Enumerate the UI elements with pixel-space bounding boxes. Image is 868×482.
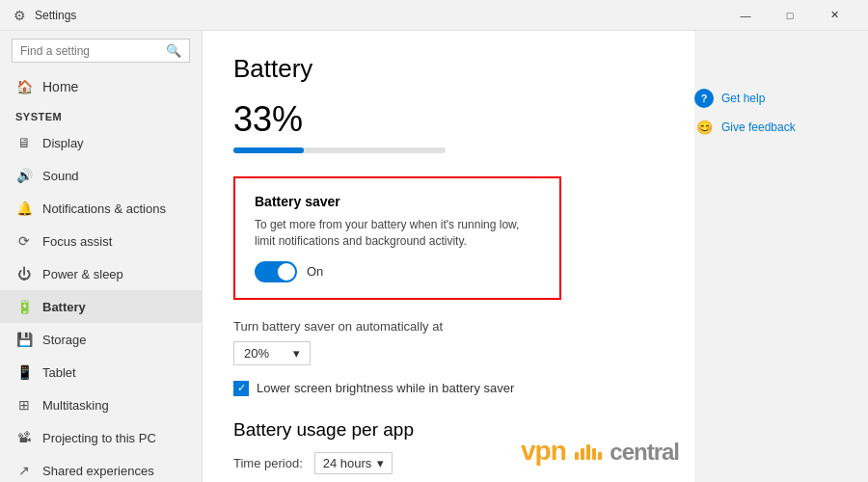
vpn-logo: vpn central: [521, 436, 679, 467]
auto-saver-dropdown[interactable]: 20% ▾: [233, 341, 311, 365]
main-with-right: Battery 33% Battery saver To get more fr…: [203, 31, 868, 482]
right-panel: ? Get help 😊 Give feedback: [694, 31, 868, 482]
signal-bar-4: [592, 448, 596, 460]
search-input[interactable]: [20, 44, 166, 58]
sidebar-item-power[interactable]: ⏻ Power & sleep: [0, 257, 202, 290]
battery-icon: 🔋: [15, 298, 33, 315]
sidebar-item-label: Focus assist: [42, 234, 112, 249]
sidebar-item-label: Projecting to this PC: [42, 431, 156, 445]
signal-bar-1: [575, 452, 579, 460]
notifications-icon: 🔔: [15, 200, 33, 217]
sidebar-item-battery[interactable]: 🔋 Battery: [0, 290, 202, 323]
sidebar-item-storage[interactable]: 💾 Storage: [0, 323, 202, 356]
sidebar-home-label: Home: [42, 79, 78, 94]
battery-saver-toggle[interactable]: [255, 261, 297, 282]
sidebar-item-label: Sound: [42, 169, 79, 183]
sidebar-item-projecting[interactable]: 📽 Projecting to this PC: [0, 421, 202, 454]
battery-progress-bar: [233, 147, 446, 153]
get-help-link[interactable]: ? Get help: [694, 89, 868, 108]
battery-progress-fill: [233, 147, 304, 153]
sidebar-item-label: Notifications & actions: [42, 201, 166, 216]
central-text: central: [610, 439, 679, 465]
toggle-label: On: [307, 264, 323, 279]
auto-saver-value: 20%: [244, 346, 269, 361]
focus-icon: ⟳: [15, 232, 33, 250]
signal-bar-3: [586, 444, 590, 460]
main-content: Battery 33% Battery saver To get more fr…: [203, 31, 694, 482]
sidebar-item-label: Multitasking: [42, 398, 109, 413]
sidebar-item-multitasking[interactable]: ⊞ Multitasking: [0, 388, 202, 421]
sidebar-section-label: System: [0, 103, 202, 126]
brightness-checkbox[interactable]: [233, 381, 249, 396]
sidebar-item-label: Tablet: [42, 365, 76, 380]
title-bar: ⚙ Settings — □ ✕: [0, 0, 868, 31]
sidebar-item-shared[interactable]: ↗ Shared experiences: [0, 454, 202, 482]
battery-saver-title: Battery saver: [255, 194, 540, 209]
toggle-row: On: [255, 261, 540, 282]
sidebar-item-notifications[interactable]: 🔔 Notifications & actions: [0, 192, 202, 225]
close-button[interactable]: ✕: [812, 0, 856, 31]
search-container[interactable]: 🔍: [12, 39, 190, 63]
give-feedback-link[interactable]: 😊 Give feedback: [694, 118, 868, 137]
window-controls: — □ ✕: [723, 0, 856, 31]
title-bar-text: Settings: [35, 9, 723, 22]
settings-icon: ⚙: [12, 8, 27, 23]
feedback-icon: 😊: [694, 118, 714, 137]
power-icon: ⏻: [15, 265, 33, 282]
page-title: Battery: [233, 54, 664, 84]
shared-icon: ↗: [15, 462, 33, 479]
chevron-down-icon: ▾: [293, 346, 300, 361]
app-container: 🔍 🏠 Home System 🖥 Display 🔊 Sound 🔔 Noti…: [0, 31, 868, 482]
time-period-value: 24 hours: [323, 456, 372, 470]
battery-percent: 33%: [233, 99, 664, 140]
home-icon: 🏠: [15, 78, 33, 95]
sidebar-item-label: Battery: [42, 300, 86, 314]
sidebar-item-display[interactable]: 🖥 Display: [0, 126, 202, 159]
time-period-dropdown[interactable]: 24 hours ▾: [314, 452, 393, 474]
projecting-icon: 📽: [15, 429, 33, 446]
get-help-label: Get help: [721, 92, 765, 105]
help-icon: ?: [694, 89, 714, 108]
sidebar-item-label: Display: [42, 136, 84, 150]
vpn-text: vpn: [521, 436, 566, 466]
storage-icon: 💾: [15, 331, 33, 348]
sound-icon: 🔊: [15, 167, 33, 184]
time-period-label: Time period:: [233, 456, 303, 470]
maximize-button[interactable]: □: [768, 0, 812, 31]
sidebar-item-home[interactable]: 🏠 Home: [0, 70, 202, 103]
display-icon: 🖥: [15, 134, 33, 151]
signal-bar-5: [598, 452, 602, 460]
brightness-label: Lower screen brightness while in battery…: [257, 381, 514, 395]
search-icon: 🔍: [166, 43, 181, 58]
sidebar-item-label: Storage: [42, 333, 87, 347]
sidebar-item-sound[interactable]: 🔊 Sound: [0, 159, 202, 192]
multitasking-icon: ⊞: [15, 396, 33, 414]
tablet-icon: 📱: [15, 363, 33, 381]
minimize-button[interactable]: —: [723, 0, 768, 31]
signal-bars: [575, 439, 602, 460]
give-feedback-label: Give feedback: [721, 120, 796, 134]
sidebar-item-focus[interactable]: ⟳ Focus assist: [0, 225, 202, 257]
signal-bar-2: [581, 448, 584, 460]
sidebar: 🔍 🏠 Home System 🖥 Display 🔊 Sound 🔔 Noti…: [0, 31, 203, 482]
battery-saver-desc: To get more from your battery when it's …: [255, 217, 540, 250]
auto-saver-label: Turn battery saver on automatically at: [233, 319, 664, 334]
chevron-down-icon: ▾: [377, 456, 384, 470]
brightness-row: Lower screen brightness while in battery…: [233, 381, 664, 396]
sidebar-item-label: Shared experiences: [42, 464, 154, 478]
sidebar-item-tablet[interactable]: 📱 Tablet: [0, 356, 202, 388]
battery-saver-box: Battery saver To get more from your batt…: [233, 176, 561, 300]
sidebar-item-label: Power & sleep: [42, 267, 123, 281]
